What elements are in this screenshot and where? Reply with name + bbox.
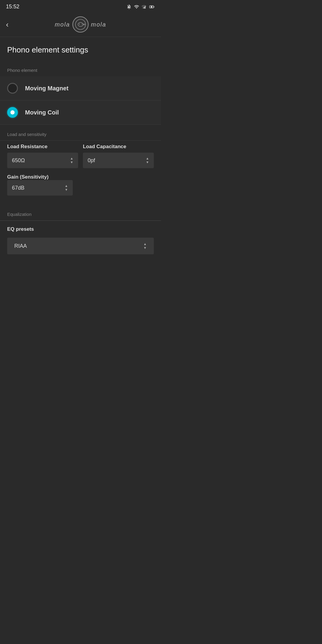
radio-inner-dot bbox=[10, 110, 15, 114]
nav-bar: ‹ mola mola bbox=[0, 12, 161, 37]
status-bar: 15:52 bbox=[0, 0, 161, 12]
load-sensitivity-label: Load and sensitivity bbox=[0, 125, 161, 140]
logo-text-left: mola bbox=[55, 21, 70, 28]
load-resistance-down[interactable]: ▼ bbox=[70, 161, 73, 164]
eq-presets-row: EQ presets bbox=[0, 221, 161, 238]
eq-up[interactable]: ▲ bbox=[143, 242, 147, 246]
bell-muted-icon bbox=[126, 4, 132, 10]
signal-icon bbox=[141, 4, 147, 10]
load-capacitance-value: 0pf bbox=[88, 157, 95, 164]
load-capacitance-arrows[interactable]: ▲ ▼ bbox=[146, 157, 149, 164]
moving-magnet-option[interactable]: Moving Magnet bbox=[0, 76, 161, 100]
page-title: Phono element settings bbox=[7, 45, 154, 55]
gain-label: Gain (Sensitivity) bbox=[7, 174, 49, 180]
eq-value: RIAA bbox=[14, 243, 27, 249]
load-resistance-up[interactable]: ▲ bbox=[70, 157, 73, 160]
gain-value: 67dB bbox=[12, 185, 24, 191]
battery-icon bbox=[148, 4, 155, 10]
svg-rect-0 bbox=[145, 6, 145, 9]
load-resistance-value: 650Ω bbox=[12, 157, 25, 164]
phono-element-section: Phono element Moving Magnet Moving Coil bbox=[0, 61, 161, 125]
gain-field: Gain (Sensitivity) 67dB ▲ ▼ bbox=[0, 174, 161, 202]
load-resistance-spinner[interactable]: 650Ω ▲ ▼ bbox=[7, 153, 78, 168]
gain-arrows[interactable]: ▲ ▼ bbox=[65, 184, 68, 191]
gain-up[interactable]: ▲ bbox=[65, 184, 68, 188]
load-resistance-arrows[interactable]: ▲ ▼ bbox=[70, 157, 73, 164]
status-icons bbox=[126, 4, 155, 10]
load-capacitance-spinner[interactable]: 0pf ▲ ▼ bbox=[83, 153, 154, 168]
back-button[interactable]: ‹ bbox=[6, 20, 9, 29]
load-grid: Load Resistance 650Ω ▲ ▼ Load Capacitanc… bbox=[0, 141, 161, 174]
logo-icon bbox=[75, 19, 86, 30]
moving-coil-option[interactable]: Moving Coil bbox=[0, 100, 161, 125]
equalization-section: Equalization EQ presets RIAA ▲ ▼ bbox=[0, 205, 161, 254]
bottom-padding bbox=[0, 254, 161, 266]
load-capacitance-label: Load Capacitance bbox=[83, 144, 154, 150]
phono-element-label: Phono element bbox=[0, 61, 161, 76]
load-resistance-label: Load Resistance bbox=[7, 144, 78, 150]
svg-rect-2 bbox=[143, 7, 144, 9]
page-title-section: Phono element settings bbox=[0, 37, 161, 61]
moving-magnet-radio[interactable] bbox=[7, 83, 18, 94]
svg-point-5 bbox=[151, 6, 152, 7]
svg-rect-1 bbox=[144, 7, 145, 9]
moving-coil-label: Moving Coil bbox=[25, 109, 59, 116]
gain-spinner[interactable]: 67dB ▲ ▼ bbox=[7, 180, 73, 196]
load-capacitance-down[interactable]: ▼ bbox=[146, 161, 149, 164]
moving-coil-radio[interactable] bbox=[7, 107, 18, 118]
svg-point-6 bbox=[75, 19, 86, 30]
svg-rect-3 bbox=[142, 8, 143, 8]
gain-down[interactable]: ▼ bbox=[65, 188, 68, 191]
moving-magnet-label: Moving Magnet bbox=[25, 85, 69, 92]
load-sensitivity-section: Load and sensitivity Load Resistance 650… bbox=[0, 125, 161, 205]
load-capacitance-up[interactable]: ▲ bbox=[146, 157, 149, 160]
eq-value-spinner[interactable]: RIAA ▲ ▼ bbox=[7, 238, 154, 254]
load-capacitance-group: Load Capacitance 0pf ▲ ▼ bbox=[83, 144, 154, 168]
eq-arrows[interactable]: ▲ ▼ bbox=[143, 242, 147, 250]
logo-text-right: mola bbox=[91, 21, 106, 28]
logo-container: mola mola bbox=[55, 16, 106, 32]
svg-point-7 bbox=[78, 22, 83, 26]
load-resistance-group: Load Resistance 650Ω ▲ ▼ bbox=[7, 144, 78, 168]
equalization-label: Equalization bbox=[0, 205, 161, 220]
logo-circle bbox=[72, 16, 89, 32]
eq-presets-label: EQ presets bbox=[7, 226, 34, 232]
svg-point-8 bbox=[79, 24, 80, 25]
wifi-icon bbox=[134, 4, 140, 10]
status-time: 15:52 bbox=[6, 4, 19, 10]
eq-down[interactable]: ▼ bbox=[143, 246, 147, 250]
